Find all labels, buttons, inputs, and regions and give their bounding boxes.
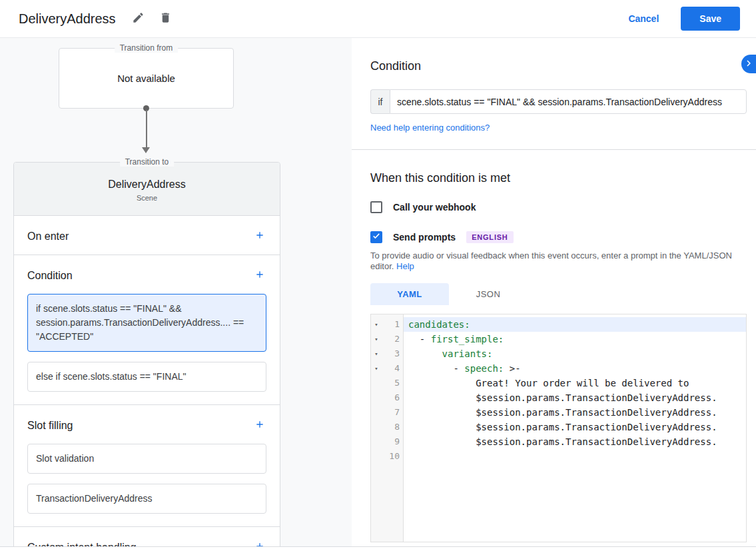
help-link[interactable]: Help [396,261,414,271]
fold-toggle-icon[interactable]: ▾ [371,317,382,332]
prompts-description-text: To provide audio or visual feedback when… [370,251,732,271]
condition-item-selected[interactable]: if scene.slots.status == "FINAL" && sess… [27,294,266,352]
condition-section: Condition if scene.slots.status == "FINA… [14,255,280,405]
gutter-row: 9 [371,434,403,449]
trash-icon [159,11,172,26]
webhook-row: Call your webhook [370,201,747,213]
cancel-button[interactable]: Cancel [628,13,659,24]
plus-icon [254,230,265,243]
line-number: 7 [382,405,403,420]
condition-title: Condition [370,59,747,73]
condition-expression-section: Condition if Need help entering conditio… [352,38,756,133]
fold-toggle-icon[interactable]: ▾ [371,346,382,361]
main-content: Transition from Not available Transition… [0,38,756,547]
transition-from-value: Not available [117,73,175,84]
code-line[interactable]: candidates: [404,317,746,332]
plus-icon [254,541,265,546]
arrow-down-icon [142,147,150,153]
code-line[interactable]: variants: [404,346,746,361]
plus-icon [254,419,265,432]
scene-card-header: DeliveryAddress Scene [14,163,280,216]
send-prompts-row: Send prompts ENGLISH [370,231,747,243]
gutter-row: 6 [371,390,403,405]
line-number: 8 [382,420,403,434]
expand-panel-button[interactable] [741,55,756,73]
transition-to-label: Transition to [120,157,175,167]
scene-graph-panel: Transition from Not available Transition… [0,38,352,546]
header: DeliveryAddress Cancel Save [0,0,756,38]
custom-intent-section: Custom intent handling [14,527,280,546]
save-button[interactable]: Save [681,7,740,31]
gutter-row: ▾4 [371,361,403,376]
fold-toggle-icon[interactable]: ▾ [371,332,382,346]
connector-line [146,110,147,148]
condition-editor-panel: Condition if Need help entering conditio… [352,38,756,546]
condition-met-section: When this condition is met Call your web… [352,150,756,542]
add-condition-button[interactable] [253,268,266,283]
gutter-row: ▾1 [371,317,403,332]
condition-help-link[interactable]: Need help entering conditions? [370,123,490,133]
scene-name: DeliveryAddress [14,179,280,191]
transition-from-label: Transition from [115,43,179,53]
yaml-code-editor[interactable]: ▾1▾2▾3▾45678910 candidates: - first_simp… [370,314,747,542]
webhook-label: Call your webhook [393,202,476,213]
gutter-row: 5 [371,376,403,390]
add-intent-button[interactable] [253,540,266,546]
editor-code[interactable]: candidates: - first_simple: variants: - … [404,314,746,542]
check-icon [372,231,381,243]
add-on-enter-button[interactable] [253,229,266,244]
code-line[interactable]: Great! Your order will be delivered to [404,376,746,390]
header-actions: Cancel Save [628,7,740,31]
chevron-right-icon [743,57,755,71]
gutter-row: 8 [371,420,403,434]
edit-title-button[interactable] [129,9,147,29]
fold-toggle-icon[interactable]: ▾ [371,361,382,376]
header-title-group: DeliveryAddress [19,9,184,29]
line-number: 6 [382,390,403,405]
tab-yaml[interactable]: YAML [370,283,449,305]
prompts-description: To provide audio or visual feedback when… [370,251,747,272]
gutter-row: ▾2 [371,332,403,346]
custom-intent-label: Custom intent handling [27,542,137,547]
slot-item-validation[interactable]: Slot validation [27,444,266,474]
transition-to-card: Transition to DeliveryAddress Scene On e… [13,162,280,546]
condition-met-title: When this condition is met [370,171,747,185]
send-prompts-label: Send prompts [393,232,456,243]
condition-label: Condition [27,270,73,282]
line-number: 2 [382,332,403,346]
custom-intent-row: Custom intent handling [14,527,280,546]
slot-filling-row: Slot filling [14,405,280,444]
line-number: 9 [382,434,403,449]
line-number: 10 [382,449,403,464]
code-line[interactable] [404,449,746,464]
on-enter-label: On enter [27,231,69,243]
line-number: 1 [382,317,403,332]
code-line[interactable]: $session.params.TransactionDeliveryAddre… [404,434,746,449]
delete-scene-button[interactable] [157,9,175,29]
gutter-row: 10 [371,449,403,464]
code-line[interactable]: $session.params.TransactionDeliveryAddre… [404,420,746,434]
code-line[interactable]: - speech: >- [404,361,746,376]
code-line[interactable]: $session.params.TransactionDeliveryAddre… [404,390,746,405]
add-slot-button[interactable] [253,418,266,433]
gutter-row: 7 [371,405,403,420]
line-number: 5 [382,376,403,390]
pencil-icon [132,11,145,26]
code-line[interactable]: $session.params.TransactionDeliveryAddre… [404,405,746,420]
page-title: DeliveryAddress [19,11,116,27]
code-line[interactable]: - first_simple: [404,332,746,346]
on-enter-row: On enter [14,216,280,255]
webhook-checkbox[interactable] [370,201,382,213]
slot-item-delivery-address[interactable]: TransactionDeliveryAddress [27,484,266,514]
slot-filling-label: Slot filling [27,420,73,432]
condition-expression-row: if [370,89,747,114]
gutter-row: ▾3 [371,346,403,361]
scene-type-label: Scene [14,194,280,202]
condition-item[interactable]: else if scene.slots.status == "FINAL" [27,362,266,392]
tab-json[interactable]: JSON [449,283,528,305]
transition-from-card[interactable]: Transition from Not available [59,48,234,109]
condition-expression-input[interactable] [390,89,747,114]
if-label: if [370,89,390,114]
editor-tabs: YAML JSON [370,283,747,305]
send-prompts-checkbox[interactable] [370,231,382,243]
